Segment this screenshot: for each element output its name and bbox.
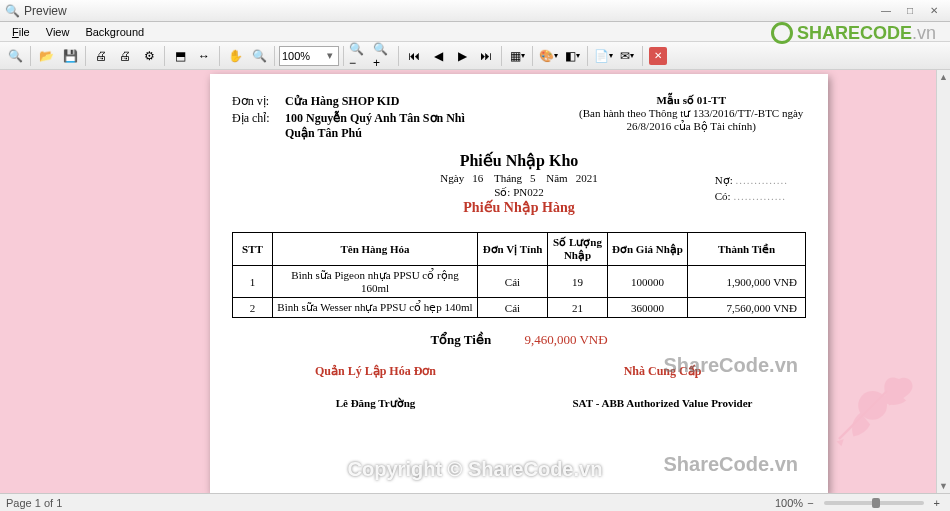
zoom-combo[interactable]: ▾ xyxy=(279,46,339,66)
first-page-button[interactable]: ⏮ xyxy=(403,45,425,67)
col-dg: Đơn Giá Nhập xyxy=(608,233,688,266)
title-bar: 🔍 Preview — □ ✕ xyxy=(0,0,950,22)
diachi-label: Địa chỉ: xyxy=(232,111,282,126)
supplier-label: Nhà Cung Cấp xyxy=(519,364,806,379)
separator xyxy=(274,46,275,66)
col-tt: Thành Tiền xyxy=(688,233,806,266)
scroll-down-button[interactable]: ▼ xyxy=(937,479,950,493)
menu-file[interactable]: File xyxy=(4,24,38,40)
magnifier-icon: 🔍 xyxy=(252,49,267,63)
separator xyxy=(85,46,86,66)
zoom-input[interactable] xyxy=(282,50,324,62)
app-icon: 🔍 xyxy=(4,3,20,19)
total-label: Tổng Tiền xyxy=(430,332,491,348)
col-stt: STT xyxy=(233,233,273,266)
banhanh-line2: 26/8/2016 của Bộ Tài chính) xyxy=(576,120,806,133)
save-button[interactable]: 💾 xyxy=(59,45,81,67)
last-page-button[interactable]: ⏭ xyxy=(475,45,497,67)
preview-canvas[interactable]: Đơn vị: Cửa Hàng SHOP KID Địa chỉ: 100 N… xyxy=(0,70,950,493)
header-icon: ⬒ xyxy=(175,49,186,63)
table-row: 1 Bình sữa Pigeon nhựa PPSU cổ rộng 160m… xyxy=(233,266,806,298)
last-page-icon: ⏭ xyxy=(480,49,492,63)
chevron-down-icon: ▾ xyxy=(521,51,525,60)
export-doc-icon: 📄 xyxy=(594,49,609,63)
table-row: 2 Bình sữa Wesser nhựa PPSU cổ hẹp 140ml… xyxy=(233,298,806,318)
search-button[interactable]: 🔍 xyxy=(4,45,26,67)
close-window-button[interactable]: ✕ xyxy=(922,3,946,19)
color-button[interactable]: 🎨▾ xyxy=(537,45,559,67)
total-value: 9,460,000 VNĐ xyxy=(524,332,607,347)
page-indicator: Page 1 of 1 xyxy=(6,497,62,509)
col-ten: Tên Hàng Hóa xyxy=(273,233,478,266)
quick-print-button[interactable]: 🖨 xyxy=(114,45,136,67)
page-setup-icon: ⚙ xyxy=(144,49,155,63)
zoom-out-icon: 🔍− xyxy=(349,42,369,70)
close-preview-button[interactable]: ✕ xyxy=(649,47,667,65)
separator xyxy=(587,46,588,66)
col-dvt: Đơn Vị Tính xyxy=(478,233,548,266)
items-table: STT Tên Hàng Hóa Đơn Vị Tính Số Lượng Nh… xyxy=(232,232,806,318)
next-page-button[interactable]: ▶ xyxy=(451,45,473,67)
close-icon: ✕ xyxy=(654,50,662,61)
save-icon: 💾 xyxy=(63,49,78,63)
chevron-down-icon: ▾ xyxy=(609,51,613,60)
col-sl: Số Lượng Nhập xyxy=(548,233,608,266)
folder-open-icon: 📂 xyxy=(39,49,54,63)
printer-icon: 🖨 xyxy=(95,49,107,63)
separator xyxy=(164,46,165,66)
chevron-down-icon: ▾ xyxy=(324,49,336,62)
next-page-icon: ▶ xyxy=(458,49,467,63)
scale-button[interactable]: ↔ xyxy=(193,45,215,67)
hand-tool-button[interactable]: ✋ xyxy=(224,45,246,67)
manager-name: Lê Đăng Trường xyxy=(232,397,519,410)
zoom-out-status-button[interactable]: − xyxy=(803,497,817,509)
zoom-tool-button[interactable]: 🔍 xyxy=(248,45,270,67)
color-icon: 🎨 xyxy=(539,49,554,63)
supplier-name: SAT - ABB Authorized Value Provider xyxy=(519,397,806,409)
donvi-label: Đơn vị: xyxy=(232,94,282,109)
zoom-slider-thumb[interactable] xyxy=(872,498,880,508)
svg-point-0 xyxy=(858,391,887,420)
manager-label: Quản Lý Lập Hóa Đơn xyxy=(232,364,519,379)
header-footer-button[interactable]: ⬒ xyxy=(169,45,191,67)
cupid-decoration-icon xyxy=(810,343,940,463)
chevron-down-icon: ▾ xyxy=(630,51,634,60)
minimize-button[interactable]: — xyxy=(874,3,898,19)
vertical-scrollbar[interactable]: ▲ ▼ xyxy=(936,70,950,493)
page-setup-button[interactable]: ⚙ xyxy=(138,45,160,67)
scroll-up-button[interactable]: ▲ xyxy=(937,70,950,84)
table-header-row: STT Tên Hàng Hóa Đơn Vị Tính Số Lượng Nh… xyxy=(233,233,806,266)
zoom-slider[interactable] xyxy=(824,501,924,505)
status-bar: Page 1 of 1 100% − + xyxy=(0,493,950,511)
mau-so: Mẫu số 01-TT xyxy=(576,94,806,107)
separator xyxy=(532,46,533,66)
maximize-button[interactable]: □ xyxy=(898,3,922,19)
so-value: PN022 xyxy=(513,186,544,198)
prev-page-button[interactable]: ◀ xyxy=(427,45,449,67)
export-doc-button[interactable]: 📄▾ xyxy=(592,45,614,67)
total-row: Tổng Tiền 9,460,000 VNĐ xyxy=(232,332,806,348)
open-button[interactable]: 📂 xyxy=(35,45,57,67)
diachi-line1: 100 Nguyễn Quý Anh Tân Sơn Nhì xyxy=(285,111,465,125)
mail-icon: ✉ xyxy=(620,49,630,63)
menu-view[interactable]: View xyxy=(38,24,78,40)
zoom-out-button[interactable]: 🔍− xyxy=(348,45,370,67)
toolbar: 🔍 📂 💾 🖨 🖨 ⚙ ⬒ ↔ ✋ 🔍 ▾ 🔍− 🔍+ ⏮ ◀ ▶ ⏭ ▦▾ 🎨… xyxy=(0,42,950,70)
zoom-in-button[interactable]: 🔍+ xyxy=(372,45,394,67)
scale-icon: ↔ xyxy=(198,49,210,63)
print-button[interactable]: 🖨 xyxy=(90,45,112,67)
separator xyxy=(30,46,31,66)
menu-bar: File View Background xyxy=(0,22,950,42)
zoom-in-status-button[interactable]: + xyxy=(930,497,944,509)
watermark-button[interactable]: ◧▾ xyxy=(561,45,583,67)
zoom-in-icon: 🔍+ xyxy=(373,42,393,70)
menu-background[interactable]: Background xyxy=(77,24,152,40)
document-page: Đơn vị: Cửa Hàng SHOP KID Địa chỉ: 100 N… xyxy=(210,74,828,493)
document-title: Phiếu Nhập Kho xyxy=(232,151,806,170)
hand-icon: ✋ xyxy=(228,49,243,63)
export-mail-button[interactable]: ✉▾ xyxy=(616,45,638,67)
watermark-sharecode: ShareCode.vn xyxy=(664,453,798,476)
multipage-button[interactable]: ▦▾ xyxy=(506,45,528,67)
watermark-icon: ◧ xyxy=(565,49,576,63)
donvi-value: Cửa Hàng SHOP KID xyxy=(285,94,399,108)
